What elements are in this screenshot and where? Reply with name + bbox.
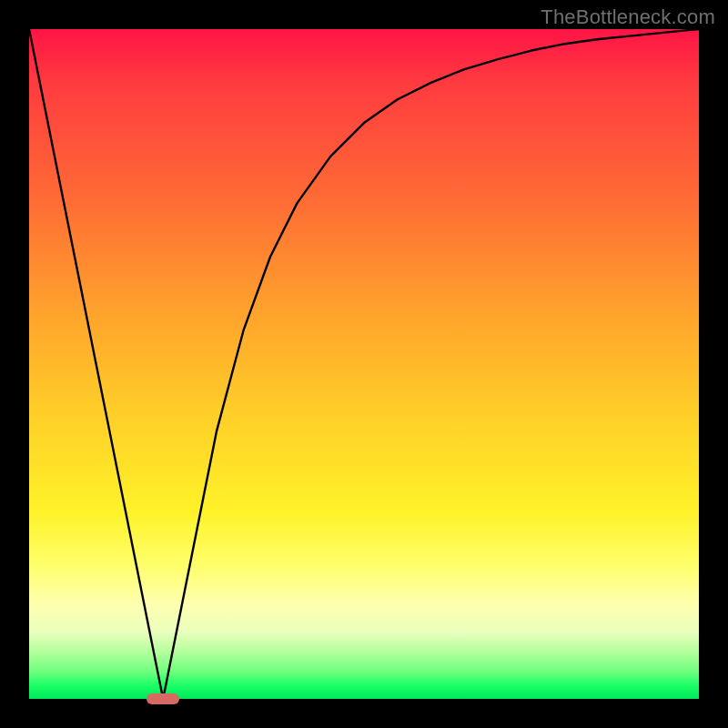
plot-area [29,29,699,699]
optimum-marker [147,693,179,704]
chart-frame: TheBottleneck.com [0,0,728,728]
attribution-label: TheBottleneck.com [541,5,715,29]
bottleneck-curve [29,29,699,699]
